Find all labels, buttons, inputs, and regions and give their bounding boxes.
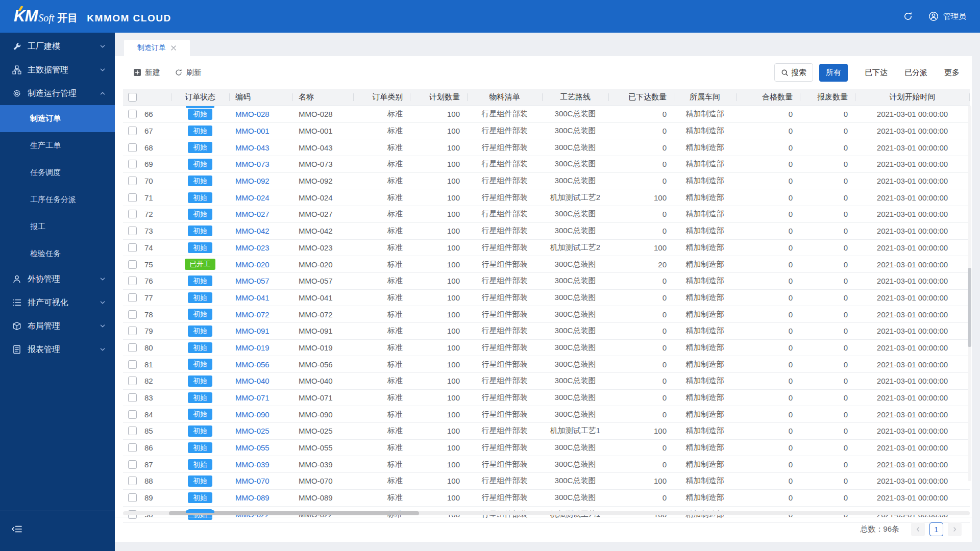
order-code-link[interactable]: MMO-023	[235, 243, 270, 252]
table-row[interactable]: 72初始MMO-027MMO-027标准100行星组件部装300C总装图0精加制…	[123, 206, 970, 223]
order-code-link[interactable]: MMO-041	[235, 293, 270, 302]
sidebar-item-任务调度[interactable]: 任务调度	[0, 159, 115, 186]
order-code-link[interactable]: MMO-025	[235, 427, 270, 435]
order-code-link[interactable]: MMO-092	[235, 177, 270, 185]
refresh-button[interactable]: 刷新	[175, 68, 202, 78]
row-checkbox[interactable]	[128, 243, 137, 252]
row-checkbox[interactable]	[128, 393, 137, 402]
table-row[interactable]: 86初始MMO-055MMO-055标准100行星组件部装300C总装图0精加制…	[123, 440, 970, 457]
table-row[interactable]: 69初始MMO-073MMO-073标准100行星组件部装300C总装图0精加制…	[123, 156, 970, 173]
vertical-scrollbar-thumb[interactable]	[968, 268, 971, 347]
next-page-button[interactable]	[948, 522, 962, 536]
order-code-link[interactable]: MMO-071	[235, 393, 270, 402]
row-checkbox[interactable]	[128, 360, 137, 369]
table-row[interactable]: 84初始MMO-090MMO-090标准100行星组件部装300C总装图0精加制…	[123, 406, 970, 423]
order-code-link[interactable]: MMO-073	[235, 160, 270, 168]
sidebar-section-4[interactable]: 排产可视化	[0, 291, 115, 314]
collapse-sidebar-icon[interactable]	[11, 524, 22, 534]
row-checkbox[interactable]	[128, 410, 137, 419]
table-row[interactable]: 75已开工MMO-020MMO-020标准100行星组件部装300C总装图20精…	[123, 256, 970, 273]
order-code-link[interactable]: MMO-027	[235, 210, 270, 218]
order-code-link[interactable]: MMO-056	[235, 360, 270, 369]
sidebar-section-2[interactable]: 制造运行管理	[0, 82, 115, 105]
order-code-link[interactable]: MMO-042	[235, 227, 270, 235]
filter-all-button[interactable]: 所有	[819, 64, 848, 82]
user-avatar-icon[interactable]	[928, 11, 939, 21]
table-row[interactable]: 66初始MMO-028MMO-028标准100行星组件部装300C总装图0精加制…	[123, 106, 970, 123]
order-code-link[interactable]: MMO-057	[235, 277, 270, 285]
row-checkbox[interactable]	[128, 127, 137, 135]
order-code-link[interactable]: MMO-020	[235, 260, 270, 269]
row-checkbox[interactable]	[128, 443, 137, 452]
table-row[interactable]: 67初始MMO-001MMO-001标准100行星组件部装300C总装图0精加制…	[123, 123, 970, 140]
table-row[interactable]: 73初始MMO-042MMO-042标准100行星组件部装300C总装图0精加制…	[123, 223, 970, 240]
order-code-link[interactable]: MMO-024	[235, 193, 270, 202]
order-code-link[interactable]: MMO-055	[235, 443, 270, 452]
table-row[interactable]: 80初始MMO-019MMO-019标准100行星组件部装300C总装图0精加制…	[123, 340, 970, 357]
prev-page-button[interactable]	[911, 522, 925, 536]
row-checkbox[interactable]	[128, 277, 137, 285]
username[interactable]: 管理员	[943, 12, 966, 21]
sidebar-item-生产工单[interactable]: 生产工单	[0, 132, 115, 159]
col-header-check[interactable]	[123, 89, 141, 106]
row-checkbox[interactable]	[128, 193, 137, 202]
row-checkbox[interactable]	[128, 110, 137, 118]
row-checkbox[interactable]	[128, 427, 137, 435]
order-code-link[interactable]: MMO-091	[235, 327, 270, 335]
row-checkbox[interactable]	[128, 177, 137, 185]
table-row[interactable]: 78初始MMO-072MMO-072标准100行星组件部装300C总装图0精加制…	[123, 306, 970, 323]
table-row[interactable]: 85初始MMO-025MMO-025标准100行星组件部装机加测试工艺1100精…	[123, 423, 970, 440]
table-row[interactable]: 81初始MMO-056MMO-056标准100行星组件部装300C总装图0精加制…	[123, 356, 970, 373]
order-code-link[interactable]: MMO-089	[235, 493, 270, 502]
order-code-link[interactable]: MMO-028	[235, 110, 270, 118]
order-code-link[interactable]: MMO-040	[235, 377, 270, 385]
order-code-link[interactable]: MMO-072	[235, 310, 270, 319]
row-checkbox[interactable]	[128, 293, 137, 302]
sidebar-item-检验任务[interactable]: 检验任务	[0, 240, 115, 267]
order-code-link[interactable]: MMO-039	[235, 460, 270, 469]
row-checkbox[interactable]	[128, 160, 137, 168]
sidebar-section-0[interactable]: 工厂建模	[0, 35, 115, 58]
current-page-button[interactable]: 1	[929, 522, 943, 536]
table-row[interactable]: 89初始MMO-089MMO-089标准100行星组件部装300C总装图0精加制…	[123, 490, 970, 507]
order-code-link[interactable]: MMO-090	[235, 410, 270, 419]
table-row[interactable]: 82初始MMO-040MMO-040标准100行星组件部装300C总装图0精加制…	[123, 373, 970, 390]
table-row[interactable]: 79初始MMO-091MMO-091标准100行星组件部装300C总装图0精加制…	[123, 323, 970, 340]
more-button[interactable]: 更多	[944, 68, 960, 78]
table-row[interactable]: 71初始MMO-024MMO-024标准100行星组件部装机加测试工艺2100精…	[123, 189, 970, 206]
row-checkbox[interactable]	[128, 460, 137, 469]
sidebar-section-6[interactable]: 报表管理	[0, 338, 115, 361]
table-row[interactable]: 77初始MMO-041MMO-041标准100行星组件部装300C总装图0精加制…	[123, 290, 970, 307]
search-button[interactable]: 搜索	[774, 63, 813, 82]
row-checkbox[interactable]	[128, 260, 137, 269]
order-code-link[interactable]: MMO-019	[235, 343, 270, 352]
row-checkbox[interactable]	[128, 327, 137, 335]
table-row[interactable]: 88初始MMO-070MMO-070标准100行星组件部装300C总装图100精…	[123, 473, 970, 490]
order-code-link[interactable]: MMO-043	[235, 143, 270, 152]
sidebar-section-3[interactable]: 外协管理	[0, 267, 115, 291]
row-checkbox[interactable]	[128, 227, 137, 235]
sidebar-item-报工[interactable]: 报工	[0, 213, 115, 240]
row-checkbox[interactable]	[128, 143, 137, 152]
row-checkbox[interactable]	[128, 310, 137, 319]
select-all-checkbox[interactable]	[128, 93, 137, 102]
table-row[interactable]: 68初始MMO-043MMO-043标准100行星组件部装300C总装图0精加制…	[123, 139, 970, 156]
row-checkbox[interactable]	[128, 343, 137, 352]
order-code-link[interactable]: MMO-001	[235, 127, 270, 135]
table-row[interactable]: 74初始MMO-023MMO-023标准100行星组件部装机加测试工艺2100精…	[123, 240, 970, 257]
row-checkbox[interactable]	[128, 377, 137, 385]
row-checkbox[interactable]	[128, 477, 137, 485]
row-checkbox[interactable]	[128, 210, 137, 218]
filter-issued-button[interactable]: 已下达	[865, 68, 888, 78]
sidebar-item-工序任务分派[interactable]: 工序任务分派	[0, 186, 115, 213]
table-row[interactable]: 76初始MMO-057MMO-057标准100行星组件部装300C总装图0精加制…	[123, 273, 970, 290]
tab-close-icon[interactable]	[170, 45, 177, 51]
tab-manufacturing-orders[interactable]: 制造订单	[124, 40, 190, 56]
sidebar-section-1[interactable]: 主数据管理	[0, 58, 115, 82]
filter-assigned-button[interactable]: 已分派	[904, 68, 927, 78]
global-refresh-icon[interactable]	[903, 11, 913, 21]
table-row[interactable]: 83初始MMO-071MMO-071标准100行星组件部装300C总装图0精加制…	[123, 390, 970, 407]
new-button[interactable]: 新建	[133, 68, 160, 78]
table-row[interactable]: 87初始MMO-039MMO-039标准100行星组件部装300C总装图0精加制…	[123, 456, 970, 473]
table-row[interactable]: 70初始MMO-092MMO-092标准100行星组件部装300C总装图0精加制…	[123, 173, 970, 190]
